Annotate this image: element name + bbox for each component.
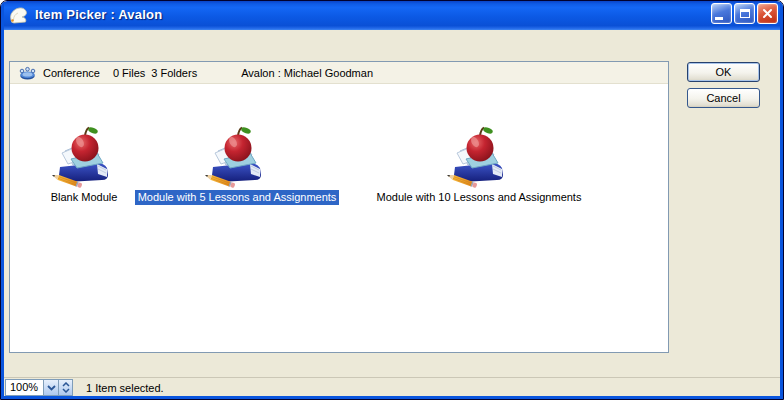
module-icon: [51, 125, 117, 189]
list-content[interactable]: Blank Module Module with 5 Lessons and A…: [10, 84, 668, 352]
minimize-icon: [715, 17, 723, 20]
item-label: Module with 10 Lessons and Assignments: [374, 190, 585, 205]
conference-icon: [19, 66, 36, 80]
ok-button[interactable]: OK: [687, 62, 760, 82]
header-folders-count: 3 Folders: [151, 67, 197, 79]
page-icon: [8, 5, 30, 25]
list-item-module-5-lessons[interactable]: Module with 5 Lessons and Assignments: [122, 125, 352, 205]
header-owner: Avalon : Michael Goodman: [241, 67, 373, 79]
titlebar[interactable]: Item Picker : Avalon: [1, 1, 783, 30]
item-label-selected: Module with 5 Lessons and Assignments: [135, 190, 340, 205]
zoom-dropdown-button[interactable]: [43, 380, 58, 395]
status-text: 1 Item selected.: [86, 382, 164, 394]
window-title: Item Picker : Avalon: [35, 7, 711, 22]
item-label: Blank Module: [48, 190, 121, 205]
minimize-button[interactable]: [711, 3, 732, 24]
zoom-value: 100%: [6, 380, 43, 395]
close-button[interactable]: [757, 3, 778, 24]
header-files-count: 0 Files: [113, 67, 145, 79]
maximize-button[interactable]: [734, 3, 755, 24]
chevron-up-icon: [62, 382, 70, 387]
maximize-icon: [740, 9, 750, 18]
item-list-panel: Conference 0 Files 3 Folders Avalon : Mi…: [9, 61, 669, 353]
list-item-module-10-lessons[interactable]: Module with 10 Lessons and Assignments: [354, 125, 604, 205]
chevron-down-icon: [47, 385, 56, 391]
close-icon: [762, 8, 773, 19]
list-header: Conference 0 Files 3 Folders Avalon : Mi…: [10, 62, 668, 84]
chevron-down-icon: [62, 388, 70, 393]
zoom-control: 100%: [5, 379, 73, 396]
item-picker-window: Item Picker : Avalon: [0, 0, 784, 400]
header-type-label: Conference: [43, 67, 100, 79]
module-icon: [446, 125, 512, 189]
zoom-spinner[interactable]: [58, 380, 72, 395]
window-controls: [711, 3, 778, 24]
statusbar: 100% 1 Item selected.: [2, 377, 782, 397]
module-icon: [204, 125, 270, 189]
cancel-button[interactable]: Cancel: [687, 88, 760, 108]
